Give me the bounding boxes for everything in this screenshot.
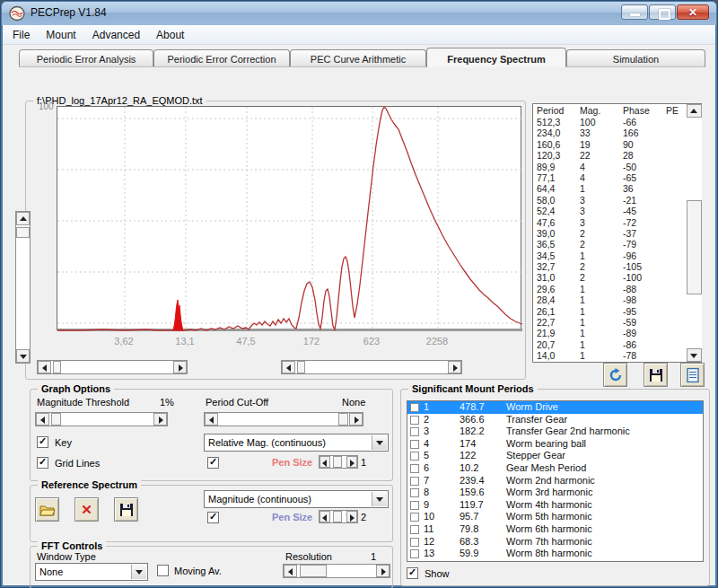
mount-period-row[interactable]: 7239.4Worm 2nd harmonic <box>407 475 703 487</box>
mount-period-row[interactable]: 5122Stepper Gear <box>407 450 703 462</box>
table-row[interactable]: 36,52-79 <box>533 239 701 250</box>
key-checkbox[interactable] <box>37 436 48 448</box>
plot-left-horizontal-scrollbar[interactable] <box>37 360 188 374</box>
graph-pen-checkbox[interactable] <box>207 457 219 469</box>
scroll-down-button[interactable] <box>687 348 702 362</box>
table-row[interactable]: 39,02-37 <box>533 228 701 239</box>
grid-lines-checkbox[interactable] <box>37 457 48 469</box>
moving-av-checkbox[interactable] <box>157 565 169 576</box>
slider-right-button[interactable] <box>349 413 363 426</box>
maximize-button[interactable] <box>649 4 676 20</box>
menu-item-about[interactable]: About <box>148 25 192 45</box>
mount-periods-list[interactable]: 1478.7Worm Drive2366.6Transfer Gear3182.… <box>407 400 704 562</box>
window-type-combo[interactable]: None <box>35 563 148 581</box>
save-spectrum-button[interactable] <box>644 363 668 387</box>
period-cutoff-slider[interactable] <box>204 412 363 426</box>
slider-thumb[interactable] <box>333 511 342 522</box>
table-row[interactable]: 89,94-50 <box>533 162 701 172</box>
mount-period-checkbox[interactable] <box>410 440 419 449</box>
delete-reference-button[interactable]: ✕ <box>74 497 99 522</box>
mount-period-row[interactable]: 610.2Gear Mesh Period <box>407 462 703 475</box>
mount-period-checkbox[interactable] <box>410 488 419 497</box>
table-row[interactable]: 64,4136 <box>533 183 701 194</box>
slider-thumb[interactable] <box>300 565 327 577</box>
combo-dropdown-button[interactable] <box>372 435 387 450</box>
reference-pen-size-slider[interactable] <box>319 510 358 523</box>
table-row[interactable]: 160,61990 <box>533 139 701 150</box>
table-row[interactable]: 52,43-45 <box>533 206 701 216</box>
title-bar[interactable]: PECPrep V1.84 <box>2 2 716 25</box>
slider-right-button[interactable] <box>346 456 357 468</box>
mount-period-checkbox[interactable] <box>410 549 419 558</box>
tab-frequency-spectrum[interactable]: Frequency Spectrum <box>426 48 566 67</box>
table-scrollbar[interactable] <box>687 104 702 362</box>
mount-period-checkbox[interactable] <box>410 525 419 534</box>
table-row[interactable]: 31,02-100 <box>533 272 701 283</box>
magnitude-threshold-slider[interactable] <box>35 412 168 426</box>
slider-thumb[interactable] <box>338 413 348 426</box>
slider-left-button[interactable] <box>36 413 49 426</box>
spectrum-table[interactable]: PeriodMag.PhasePE512,3100-66234,03316616… <box>532 103 702 363</box>
save-reference-button[interactable] <box>114 497 138 522</box>
close-button[interactable] <box>677 4 709 20</box>
mount-period-checkbox[interactable] <box>410 501 419 510</box>
mount-period-checkbox[interactable] <box>410 513 419 522</box>
table-row[interactable]: 14,01-78 <box>533 350 701 361</box>
slider-left-button[interactable] <box>320 511 330 522</box>
mount-period-row[interactable]: 9119.7Worm 4th harmonic <box>407 499 703 512</box>
mount-period-row[interactable]: 1268.3Worm 7th harmonic <box>407 536 703 549</box>
table-row[interactable]: 28,41-98 <box>533 294 701 305</box>
plot-right-horizontal-scrollbar[interactable] <box>281 360 462 374</box>
slider-left-button[interactable] <box>284 565 297 577</box>
plot-vertical-scrollbar[interactable] <box>15 211 31 364</box>
scroll-right-button[interactable] <box>173 361 187 373</box>
table-row[interactable]: 234,033166 <box>533 127 701 138</box>
menu-item-mount[interactable]: Mount <box>38 25 83 45</box>
tab-periodic-error-correction[interactable]: Periodic Error Correction <box>153 49 290 67</box>
mount-period-checkbox[interactable] <box>410 416 419 425</box>
mount-period-row[interactable]: 4174Worm bearing ball <box>407 438 703 451</box>
resolution-slider[interactable] <box>283 564 390 578</box>
table-row[interactable]: 21,91-89 <box>533 328 701 338</box>
mount-period-row[interactable]: 1179.8Worm 6th harmonic <box>407 523 703 536</box>
menu-item-advanced[interactable]: Advanced <box>84 25 148 45</box>
slider-thumb[interactable] <box>51 413 61 426</box>
mount-period-row[interactable]: 1359.9Worm 8th harmonic <box>407 548 703 560</box>
tab-pec-curve-arithmetic[interactable]: PEC Curve Arithmetic <box>290 49 426 67</box>
scroll-right-button[interactable] <box>448 361 461 373</box>
scroll-thumb[interactable] <box>53 361 61 373</box>
table-row[interactable]: 26,11-95 <box>533 306 701 317</box>
scroll-up-button[interactable] <box>16 212 30 225</box>
scroll-thumb[interactable] <box>687 200 702 294</box>
mount-period-row[interactable]: 8159.6Worm 3rd harmonic <box>407 487 703 499</box>
table-row[interactable]: 120,32228 <box>533 150 701 161</box>
mount-period-row[interactable]: 3182.2Transfer Gear 2nd harmonic <box>407 426 703 438</box>
slider-right-button[interactable] <box>376 565 390 577</box>
slider-right-button[interactable] <box>153 413 167 426</box>
slider-right-button[interactable] <box>346 511 357 522</box>
mount-period-row[interactable]: 2366.6Transfer Gear <box>407 414 703 426</box>
mount-period-checkbox[interactable] <box>410 538 419 547</box>
minimize-button[interactable] <box>621 4 648 20</box>
scroll-down-button[interactable] <box>16 349 30 363</box>
table-row[interactable]: 32,72-105 <box>533 261 701 272</box>
scroll-thumb[interactable] <box>16 227 30 238</box>
display-mode-combo[interactable]: Relative Mag. (continuous) <box>204 434 389 452</box>
mount-period-checkbox[interactable] <box>410 403 419 412</box>
reference-pen-checkbox[interactable] <box>207 512 219 523</box>
report-button[interactable] <box>680 363 705 387</box>
slider-thumb[interactable] <box>333 456 342 468</box>
tab-periodic-error-analysis[interactable]: Periodic Error Analysis <box>19 49 153 67</box>
slider-left-button[interactable] <box>205 413 218 426</box>
scroll-thumb[interactable] <box>297 361 305 373</box>
table-row[interactable]: 47,63-72 <box>533 217 701 228</box>
table-row[interactable]: 58,03-21 <box>533 195 701 206</box>
mount-period-checkbox[interactable] <box>410 477 419 486</box>
combo-dropdown-button[interactable] <box>372 492 387 506</box>
reference-mode-combo[interactable]: Magnitude (continuous) <box>204 490 389 508</box>
refresh-button[interactable] <box>603 363 627 387</box>
scroll-left-button[interactable] <box>282 361 295 373</box>
scroll-up-button[interactable] <box>687 104 702 118</box>
graph-pen-size-slider[interactable] <box>319 455 358 469</box>
tab-simulation[interactable]: Simulation <box>566 49 705 67</box>
